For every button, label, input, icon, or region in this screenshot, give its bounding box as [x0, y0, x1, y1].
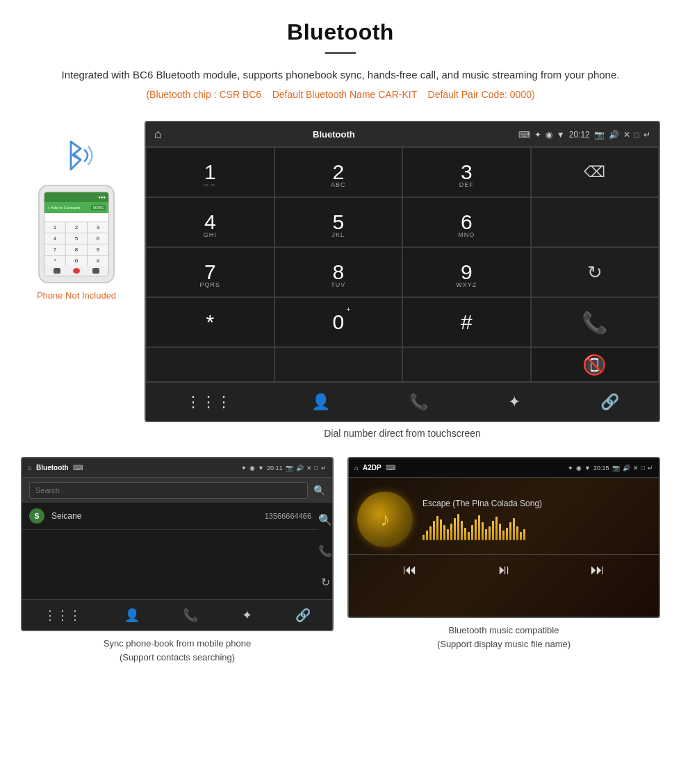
pb-status-right: ✦ ◉ ▼ 20:11 📷 🔊 ✕ □ ↵ [241, 465, 327, 472]
header-description: Integrated with BC6 Bluetooth module, su… [42, 67, 639, 83]
music-waveform [422, 512, 650, 540]
music-win-icon: □ [641, 465, 645, 472]
dial-screen-title: Bluetooth [149, 129, 518, 140]
dial-empty-2 [531, 197, 659, 247]
pb-close-icon: ✕ [306, 465, 312, 472]
music-loc-icon: ◉ [576, 465, 582, 472]
pb-vol-icon: 🔊 [296, 465, 304, 472]
music-time: 20:15 [593, 465, 609, 472]
music-main-content: ♪ Escape (The Pina Colada Song) ⏮ ⏯ ⏭ [349, 478, 659, 617]
link-icon[interactable]: 🔗 [600, 393, 619, 411]
dial-key-9[interactable]: 9 WXYZ [402, 247, 531, 297]
dial-hangup-button[interactable]: 📵 [531, 347, 659, 382]
pb-calls-icon[interactable]: 📞 [183, 608, 198, 623]
window-icon: □ [634, 130, 639, 140]
dialpad-icon[interactable]: ⋮⋮⋮ [186, 393, 231, 411]
prev-track-button[interactable]: ⏮ [403, 562, 417, 578]
music-statusbar: ⌂ A2DP ⌨ ✦ ◉ ▼ 20:15 📷 🔊 ✕ □ ↵ [349, 458, 659, 478]
phone-graphic: ●●● + Add to Contacts MORE 123 456 789 *… [21, 121, 132, 301]
music-back-icon[interactable]: ↵ [648, 465, 653, 472]
music-controls: ⏮ ⏯ ⏭ [349, 554, 659, 586]
dial-key-1[interactable]: 1 ∽∽ [146, 147, 274, 197]
dial-key-6[interactable]: 6 MNO [402, 197, 531, 247]
pb-side-search-icon[interactable]: 🔍 [318, 513, 332, 526]
phonebook-contacts-list: S Seicane 13566664466 [22, 503, 318, 599]
phonebook-search-input[interactable] [29, 482, 308, 499]
dial-caption: Dial number direct from touchscreen [145, 428, 660, 439]
page-title: Bluetooth [42, 19, 639, 45]
music-car-screen: ⌂ A2DP ⌨ ✦ ◉ ▼ 20:15 📷 🔊 ✕ □ ↵ [347, 457, 660, 618]
pb-usb-icon: ⌨ [73, 464, 83, 472]
play-pause-button[interactable]: ⏯ [497, 562, 511, 578]
phonebook-bottom-bar: ⋮⋮⋮ 👤 📞 ✦ 🔗 [22, 599, 332, 630]
dial-backspace-key[interactable]: ⌫ [531, 147, 659, 197]
phone-status-bar: ●●● [44, 192, 108, 202]
dial-key-star[interactable]: * [146, 297, 274, 347]
pb-back-icon[interactable]: ↵ [321, 465, 327, 472]
dial-key-7[interactable]: 7 PQRS [146, 247, 274, 297]
music-cam-icon: 📷 [612, 465, 620, 472]
phone-device-mockup: ●●● + Add to Contacts MORE 123 456 789 *… [38, 185, 115, 283]
pb-dialpad-icon[interactable]: ⋮⋮⋮ [44, 608, 81, 623]
usb-icon: ⌨ [518, 130, 530, 140]
contacts-icon[interactable]: 👤 [311, 393, 330, 411]
pb-link-icon[interactable]: 🔗 [295, 608, 311, 623]
pb-side-refresh-icon[interactable]: ↻ [321, 576, 330, 589]
pb-time: 20:11 [267, 465, 283, 472]
dial-empty-row5-3 [402, 347, 531, 382]
header-divider [325, 52, 356, 54]
header-specs: (Bluetooth chip : CSR BC6 Default Blueto… [42, 89, 639, 100]
music-status-right: ✦ ◉ ▼ 20:15 📷 🔊 ✕ □ ↵ [568, 465, 653, 472]
music-home-icon[interactable]: ⌂ [354, 464, 359, 472]
bluetooth-status-icon: ✦ [534, 130, 541, 140]
music-close-icon: ✕ [633, 465, 639, 472]
pb-contacts-active-icon[interactable]: 👤 [124, 608, 140, 623]
pb-win-icon: □ [315, 465, 318, 472]
dialpad-grid: 1 ∽∽ 2 ABC 3 DEF ⌫ [146, 147, 659, 382]
phonebook-statusbar: ⌂ Bluetooth ⌨ ✦ ◉ ▼ 20:11 📷 🔊 ✕ □ ↵ [22, 458, 332, 478]
phone-dial-grid: 123 456 789 *0# [44, 222, 108, 266]
camera-icon: 📷 [594, 130, 605, 140]
status-right-icons: ⌨ ✦ ◉ ▼ 20:12 📷 🔊 ✕ □ ↵ [518, 130, 650, 140]
dial-key-5[interactable]: 5 JKL [274, 197, 403, 247]
dial-key-hash[interactable]: # [402, 297, 531, 347]
dial-key-3[interactable]: 3 DEF [402, 147, 531, 197]
phonebook-inner: S Seicane 13566664466 🔍 📞 ↻ [22, 503, 332, 599]
bottom-screens-section: ⌂ Bluetooth ⌨ ✦ ◉ ▼ 20:11 📷 🔊 ✕ □ ↵ [0, 457, 681, 678]
contact-row[interactable]: S Seicane 13566664466 [22, 503, 318, 530]
calls-icon[interactable]: 📞 [409, 393, 428, 411]
song-title: Escape (The Pina Colada Song) [422, 499, 650, 508]
back-icon[interactable]: ↵ [643, 130, 650, 140]
phonebook-screen-item: ⌂ Bluetooth ⌨ ✦ ◉ ▼ 20:11 📷 🔊 ✕ □ ↵ [21, 457, 334, 664]
music-sig-icon: ▼ [584, 465, 591, 472]
album-art: ♪ [357, 492, 413, 547]
page-header: Bluetooth Integrated with BC6 Bluetooth … [0, 0, 681, 107]
dial-call-button[interactable]: 📞 [531, 297, 659, 347]
music-player-area: ♪ Escape (The Pina Colada Song) [349, 478, 659, 554]
dial-key-4[interactable]: 4 GHI [146, 197, 274, 247]
dial-key-8[interactable]: 8 TUV [274, 247, 403, 297]
pb-sig-icon: ▼ [258, 465, 264, 472]
dial-empty-row5-2 [274, 347, 403, 382]
volume-icon: 🔊 [609, 130, 619, 140]
bluetooth-icon[interactable]: ✦ [508, 393, 520, 411]
music-bt-icon: ✦ [568, 465, 573, 472]
dial-key-0[interactable]: 0 + [274, 297, 403, 347]
dial-bottom-bar: ⋮⋮⋮ 👤 📞 ✦ 🔗 [146, 382, 659, 421]
dial-refresh-key[interactable]: ↻ [531, 247, 659, 297]
close-icon: ✕ [623, 130, 630, 140]
bluetooth-signal-icon [49, 135, 104, 176]
next-track-button[interactable]: ⏭ [591, 562, 605, 578]
pb-bt-bottom-icon[interactable]: ✦ [242, 608, 252, 623]
dial-statusbar: ⌂ Bluetooth ⌨ ✦ ◉ ▼ 20:12 📷 🔊 ✕ □ ↵ [146, 122, 659, 147]
pb-side-call-icon[interactable]: 📞 [318, 544, 332, 558]
search-magnifier-icon[interactable]: 🔍 [313, 485, 325, 496]
pb-home-icon[interactable]: ⌂ [28, 464, 32, 472]
dial-section: ●●● + Add to Contacts MORE 123 456 789 *… [0, 107, 681, 457]
phone-contact-bar: + Add to Contacts MORE [44, 202, 108, 213]
music-usb-icon: ⌨ [386, 464, 395, 472]
music-caption: Bluetooth music compatible (Support disp… [347, 624, 660, 651]
music-screen-item: ⌂ A2DP ⌨ ✦ ◉ ▼ 20:15 📷 🔊 ✕ □ ↵ [347, 457, 660, 664]
music-screen-title: A2DP [363, 464, 381, 472]
dial-key-2[interactable]: 2 ABC [274, 147, 403, 197]
